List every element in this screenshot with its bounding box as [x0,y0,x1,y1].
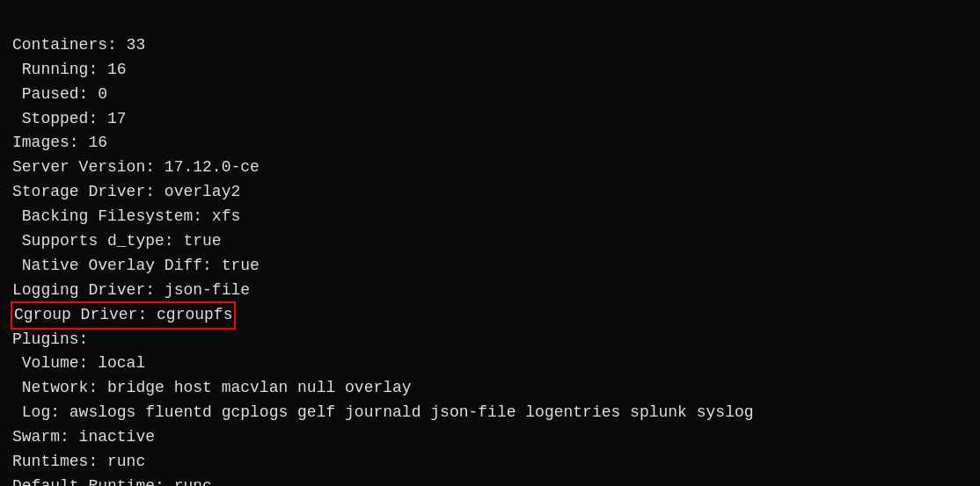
terminal-line-logging-driver: Logging Driver: json-file [12,279,968,303]
terminal-line-plugins: Plugins: [12,328,968,352]
terminal-line-images: Images: 16 [12,131,968,156]
terminal-line-native-overlay: Native Overlay Diff: true [12,254,968,279]
terminal-line-runtimes: Runtimes: runc [12,450,968,475]
terminal-line-containers: Containers: 33 [12,33,968,58]
terminal-line-log: Log: awslogs fluentd gcplogs gelf journa… [12,401,968,425]
terminal-line-backing-fs: Backing Filesystem: xfs [12,205,968,229]
terminal-line-stopped: Stopped: 17 [12,107,968,132]
terminal-line-supports-dtype: Supports d_type: true [12,229,968,254]
terminal-output: Containers: 33 Running: 16 Paused: 0 Sto… [12,9,968,486]
terminal-line-storage-driver: Storage Driver: overlay2 [12,180,968,205]
terminal-line-server-version: Server Version: 17.12.0-ce [12,156,968,180]
terminal-line-volume: Volume: local [12,352,968,376]
terminal-line-network: Network: bridge host macvlan null overla… [12,376,968,401]
terminal-line-cgroup-driver: Cgroup Driver: cgroupfs [12,303,968,328]
terminal-line-default-runtime: Default Runtime: runc [12,475,968,486]
terminal-line-running: Running: 16 [12,58,968,83]
terminal-line-paused: Paused: 0 [12,83,968,107]
terminal-line-swarm: Swarm: inactive [12,425,968,450]
highlighted-text: Cgroup Driver: cgroupfs [12,303,234,328]
